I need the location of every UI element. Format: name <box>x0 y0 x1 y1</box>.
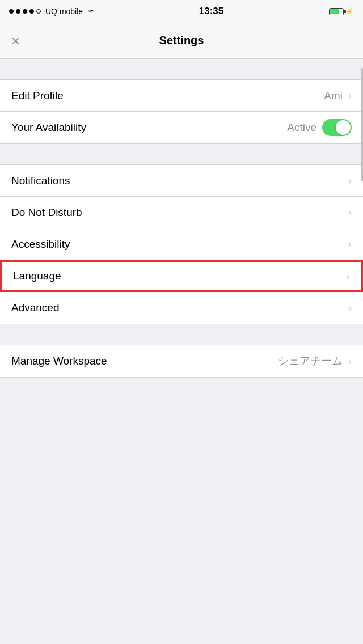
workspace-section: Manage Workspace シェアチーム › <box>0 345 363 378</box>
do-not-disturb-right: › <box>348 206 352 218</box>
status-bar: UQ mobile ≈ 13:35 ⚡ <box>0 0 363 23</box>
chevron-icon: › <box>348 90 352 101</box>
edit-profile-value: Ami <box>324 90 343 102</box>
availability-item[interactable]: Your Availability Active <box>0 112 363 143</box>
mid-spacer <box>0 144 363 164</box>
accessibility-item[interactable]: Accessibility › <box>0 228 363 260</box>
edit-profile-item[interactable]: Edit Profile Ami › <box>0 80 363 112</box>
toggle-knob <box>336 120 351 135</box>
edit-profile-right: Ami › <box>324 90 352 102</box>
availability-label: Your Availability <box>11 121 86 134</box>
close-button[interactable]: × <box>11 33 20 48</box>
wifi-icon: ≈ <box>88 6 94 16</box>
signal-dot-4 <box>29 9 34 14</box>
status-time: 13:35 <box>199 6 223 17</box>
language-label: Language <box>13 270 61 282</box>
signal-dot-2 <box>16 9 20 14</box>
signal-dot-1 <box>9 9 14 14</box>
status-right: ⚡ <box>329 7 354 15</box>
battery-icon <box>329 8 344 15</box>
manage-workspace-chevron: › <box>348 355 352 367</box>
language-right: › <box>347 270 350 282</box>
language-item[interactable]: Language › <box>0 260 363 292</box>
do-not-disturb-item[interactable]: Do Not Disturb › <box>0 197 363 228</box>
availability-right: Active <box>287 119 352 136</box>
edit-profile-label: Edit Profile <box>11 90 64 102</box>
accessibility-chevron: › <box>348 238 352 250</box>
notifications-label: Notifications <box>11 175 70 187</box>
notifications-right: › <box>348 175 352 187</box>
page-title: Settings <box>159 34 204 47</box>
battery-fill <box>330 9 339 14</box>
profile-section: Edit Profile Ami › Your Availability Act… <box>0 79 363 144</box>
top-spacer <box>0 59 363 79</box>
advanced-label: Advanced <box>11 302 60 314</box>
manage-workspace-item[interactable]: Manage Workspace シェアチーム › <box>0 345 363 377</box>
availability-toggle[interactable] <box>322 119 352 136</box>
preferences-section: Notifications › Do Not Disturb › Accessi… <box>0 164 363 324</box>
availability-value: Active <box>287 121 316 134</box>
advanced-item[interactable]: Advanced › <box>0 292 363 324</box>
do-not-disturb-chevron: › <box>348 206 352 218</box>
do-not-disturb-label: Do Not Disturb <box>11 206 82 219</box>
bottom-spacer <box>0 324 363 345</box>
accessibility-right: › <box>348 238 352 250</box>
notifications-item[interactable]: Notifications › <box>0 165 363 197</box>
charging-icon: ⚡ <box>345 7 354 15</box>
manage-workspace-value: シェアチーム <box>278 354 343 368</box>
nav-bar: × Settings <box>0 23 363 59</box>
language-chevron: › <box>347 270 350 282</box>
signal-dot-5 <box>36 9 41 14</box>
manage-workspace-label: Manage Workspace <box>11 355 107 367</box>
notifications-chevron: › <box>348 175 352 187</box>
signal-dot-3 <box>23 9 27 14</box>
status-left: UQ mobile ≈ <box>9 6 94 16</box>
accessibility-label: Accessibility <box>11 238 70 251</box>
advanced-right: › <box>348 302 352 314</box>
battery-container: ⚡ <box>329 7 354 15</box>
signal-dots <box>9 9 41 14</box>
manage-workspace-right: シェアチーム › <box>278 354 352 368</box>
advanced-chevron: › <box>348 302 352 314</box>
scrollbar[interactable] <box>361 68 363 181</box>
carrier-name: UQ mobile <box>45 7 83 16</box>
